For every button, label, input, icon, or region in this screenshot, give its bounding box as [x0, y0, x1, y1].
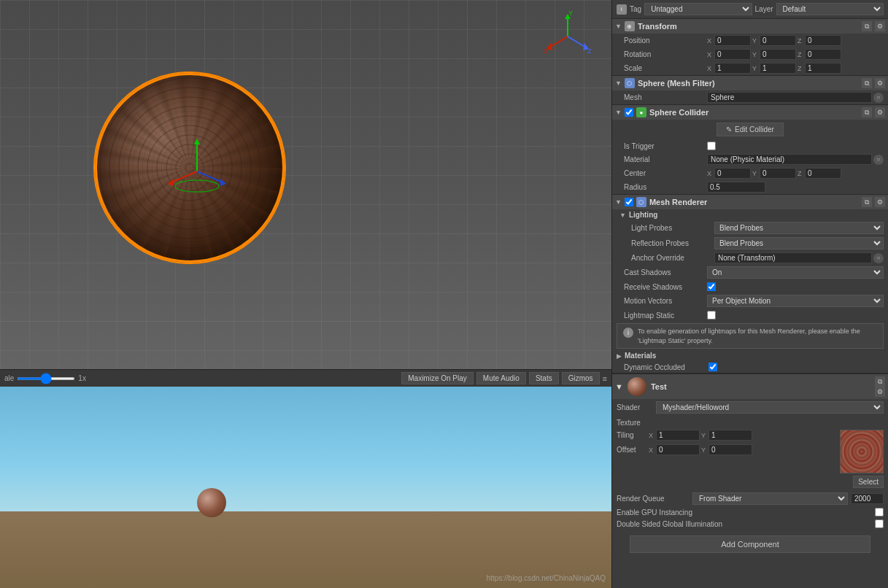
mesh-renderer-menu-btn[interactable]: ⚙ [875, 197, 885, 207]
radius-input[interactable] [707, 182, 765, 193]
rot-y-input[interactable] [760, 49, 796, 60]
motion-vectors-label: Motion Vectors [624, 297, 704, 305]
transform-header[interactable]: ▼ ⊕ Transform ⧉ ⚙ [612, 19, 888, 34]
motion-vectors-row: Motion Vectors Per Object Motion [612, 293, 888, 309]
svg-marker-5 [220, 179, 226, 186]
texture-select-button[interactable]: Select [853, 476, 884, 488]
lightmap-static-checkbox[interactable] [707, 311, 716, 320]
svg-text:X: X [544, 47, 548, 55]
transform-copy-btn[interactable]: ⧉ [862, 21, 872, 31]
mesh-filter-actions: ⧉ ⚙ [862, 78, 885, 88]
mesh-renderer-component: ▼ ⬡ Mesh Renderer ⧉ ⚙ ▼ Lighting Light P… [612, 195, 888, 374]
transform-toggle: ▼ [615, 23, 622, 30]
inspector-panel: i Tag Untagged Layer Default ▼ ⊕ Transfo… [611, 0, 888, 588]
lighting-subsection[interactable]: ▼ Lighting [612, 209, 888, 220]
gizmos-button[interactable]: Gizmos [562, 372, 600, 384]
mesh-renderer-enabled[interactable] [625, 198, 633, 206]
scale-xyz: X Y Z [707, 63, 884, 74]
scale-label-prop: Scale [624, 64, 704, 72]
tiling-label: Tiling [617, 431, 646, 439]
mesh-filter-copy-btn[interactable]: ⧉ [862, 78, 872, 88]
rot-x-label: X [707, 51, 713, 58]
center-z-input[interactable] [805, 168, 841, 179]
mesh-filter-menu-btn[interactable]: ⚙ [875, 78, 885, 88]
stats-button[interactable]: Stats [529, 372, 559, 384]
collider-material-select-btn[interactable]: ○ [873, 155, 884, 165]
edit-collider-button[interactable]: ✎ Edit Collider [717, 123, 784, 136]
dynamic-occluded-label: Dynamic Occluded [624, 363, 704, 371]
cast-shadows-select[interactable]: On [707, 266, 884, 279]
scale-y-input[interactable] [760, 63, 796, 74]
shader-select[interactable]: Myshader/Helloword [656, 401, 884, 414]
sphere-collider-actions: ⧉ ⚙ [862, 107, 885, 117]
tag-select[interactable]: Untagged [644, 3, 752, 15]
collider-material-input[interactable] [707, 154, 872, 165]
reflection-probes-select[interactable]: Blend Probes [714, 237, 884, 249]
double-sided-checkbox[interactable] [875, 519, 884, 528]
sphere-collider-menu-btn[interactable]: ⚙ [875, 107, 885, 117]
texture-label: Texture [617, 419, 884, 427]
gpu-instancing-checkbox[interactable] [875, 508, 884, 517]
tiling-x-input[interactable] [656, 430, 700, 441]
scale-slider[interactable] [17, 377, 75, 380]
pos-x-input[interactable] [714, 35, 751, 46]
render-queue-label: Render Queue [617, 495, 690, 503]
material-copy-btn[interactable]: ⧉ [875, 376, 885, 387]
sphere-collider-enabled[interactable] [625, 108, 633, 117]
material-section: ▼ Test ⧉ ⚙ Shader Myshader/Helloword Tex… [612, 374, 888, 530]
anchor-override-select-btn[interactable]: ○ [873, 253, 884, 263]
maximize-on-play-button[interactable]: Maximize On Play [401, 372, 474, 384]
sphere-collider-header[interactable]: ▼ ● Sphere Collider ⧉ ⚙ [612, 105, 888, 120]
pos-y-input[interactable] [760, 35, 796, 46]
sphere-collider-copy-btn[interactable]: ⧉ [862, 107, 872, 117]
center-x-input[interactable] [714, 168, 751, 179]
materials-header[interactable]: ▶ Materials [612, 350, 888, 361]
transform-actions: ⧉ ⚙ [862, 21, 885, 31]
menu-icon[interactable]: ≡ [603, 374, 607, 383]
pos-x-label: X [707, 37, 713, 45]
transform-menu-btn[interactable]: ⚙ [875, 21, 885, 31]
scale-x-input[interactable] [714, 63, 751, 74]
texture-preview[interactable] [840, 430, 884, 473]
center-y-input[interactable] [760, 168, 796, 179]
offset-x-input[interactable] [656, 444, 700, 455]
render-queue-select[interactable]: From Shader [692, 492, 848, 505]
rotation-label: Rotation [624, 50, 704, 58]
scale-z-input[interactable] [805, 63, 841, 74]
game-view-sky [0, 387, 611, 517]
pos-z-input[interactable] [805, 35, 841, 46]
mesh-renderer-copy-btn[interactable]: ⧉ [862, 197, 872, 207]
add-component-button[interactable]: Add Component [630, 535, 870, 553]
mute-audio-button[interactable]: Mute Audio [476, 372, 526, 384]
svg-marker-1 [194, 139, 200, 144]
double-sided-label: Double Sided Global Illumination [617, 520, 870, 528]
material-menu-btn[interactable]: ⚙ [875, 387, 885, 397]
layer-select[interactable]: Default [776, 3, 884, 15]
offset-y-input[interactable] [709, 444, 752, 455]
rot-x-input[interactable] [714, 49, 751, 60]
mesh-filter-header[interactable]: ▼ ⬡ Sphere (Mesh Filter) ⧉ ⚙ [612, 76, 888, 90]
center-xyz: X Y Z [707, 168, 884, 179]
lightmap-static-label: Lightmap Static [624, 312, 704, 320]
materials-arrow: ▶ [617, 352, 622, 360]
sphere-collider-icon: ● [636, 107, 646, 117]
viewport-3d[interactable]: Y X Z ← Persp ale 1x Maximize On Play Mu… [0, 0, 611, 387]
mesh-input[interactable] [707, 92, 872, 103]
anchor-override-input[interactable] [714, 252, 872, 263]
dynamic-occluded-checkbox[interactable] [709, 363, 717, 371]
light-probes-select[interactable]: Blend Probes [714, 222, 884, 234]
rot-z-input[interactable] [805, 49, 841, 60]
dynamic-occluded-row: Dynamic Occluded [612, 361, 888, 373]
mesh-select-btn[interactable]: ○ [873, 93, 884, 103]
mesh-value: ○ [707, 92, 884, 103]
mesh-renderer-header[interactable]: ▼ ⬡ Mesh Renderer ⧉ ⚙ [612, 195, 888, 209]
is-trigger-checkbox[interactable] [707, 142, 716, 150]
render-queue-value[interactable] [851, 493, 884, 504]
collider-material-value: ○ [707, 154, 884, 165]
receive-shadows-checkbox[interactable] [707, 282, 716, 291]
tiling-y-input[interactable] [709, 430, 752, 441]
scale-z-label: Z [798, 65, 803, 72]
motion-vectors-select[interactable]: Per Object Motion [707, 295, 884, 307]
transform-gizmo[interactable] [161, 135, 233, 208]
material-header[interactable]: ▼ Test ⧉ ⚙ [612, 374, 888, 399]
